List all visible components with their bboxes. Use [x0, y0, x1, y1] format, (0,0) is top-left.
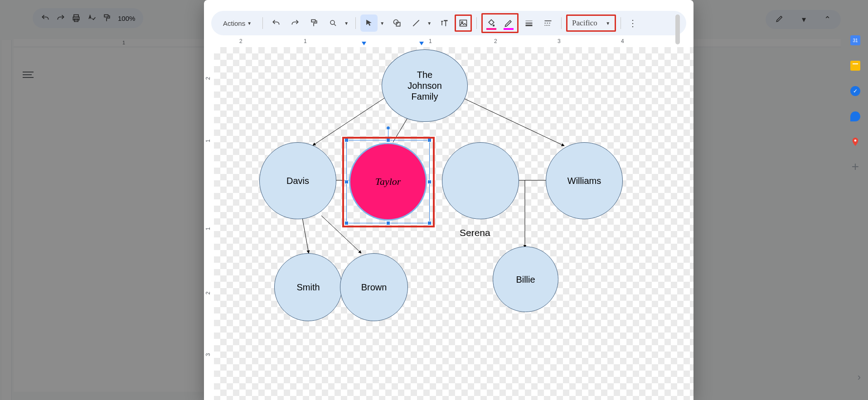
actions-label: Actions — [223, 19, 245, 27]
drawing-canvas[interactable]: The Johnson Family Davis Taylor — [214, 47, 693, 400]
contacts-icon[interactable] — [850, 111, 860, 121]
drawing-vertical-ruler: 2 1 1 2 3 — [204, 47, 214, 400]
label-serena[interactable]: Serena — [460, 227, 490, 238]
actions-menu[interactable]: Actions ▼ — [216, 17, 258, 30]
svg-point-6 — [330, 20, 335, 24]
svg-line-14 — [302, 218, 309, 253]
caret-down-icon: ▼ — [247, 21, 252, 26]
zoom-button[interactable] — [325, 14, 342, 32]
calendar-icon[interactable] — [850, 35, 860, 45]
zoom-dropdown[interactable]: ▼ — [344, 21, 349, 26]
vertical-scrollbar-thumb[interactable] — [675, 14, 680, 44]
font-name: Pacifico — [572, 19, 597, 28]
highlight-selected-shape — [342, 137, 435, 227]
ruler-tick: 1 — [304, 38, 307, 44]
border-color-button[interactable] — [500, 14, 517, 32]
more-options-button[interactable]: ⋮ — [626, 18, 639, 29]
rotation-handle[interactable] — [386, 126, 390, 130]
line-tool-dropdown[interactable]: ▼ — [427, 21, 432, 26]
ruler-tick: 1 — [205, 227, 211, 231]
drawing-toolbar: Actions ▼ ▼ ▼ — [211, 11, 686, 35]
node-davis[interactable]: Davis — [259, 142, 336, 219]
tasks-icon[interactable] — [850, 86, 860, 96]
image-button[interactable] — [455, 14, 472, 32]
ruler-tick: 1 — [205, 140, 211, 143]
node-label: Brown — [361, 282, 387, 293]
caret-down-icon: ▼ — [606, 21, 610, 26]
svg-point-4 — [854, 140, 857, 142]
node-label: Davis — [286, 175, 309, 186]
ruler-tick: 2 — [239, 38, 242, 44]
node-johnson-family[interactable]: The Johnson Family — [382, 49, 468, 122]
ruler-indent-marker[interactable] — [419, 41, 424, 45]
keep-icon[interactable] — [850, 61, 860, 71]
ruler-tick: 3 — [205, 353, 211, 357]
collapse-side-panel-icon[interactable]: › — [858, 371, 861, 383]
node-brown[interactable]: Brown — [340, 253, 408, 321]
svg-rect-5 — [311, 20, 315, 22]
node-label: The Johnson Family — [407, 69, 442, 102]
ruler-tick: 3 — [558, 38, 561, 44]
font-picker[interactable]: Pacifico ▼ — [566, 14, 616, 32]
drawing-horizontal-ruler: 2 1 1 2 3 4 — [214, 37, 693, 47]
node-label: Smith — [296, 282, 320, 293]
ruler-indent-marker[interactable] — [361, 41, 367, 45]
select-tool-button[interactable] — [360, 14, 378, 32]
side-panel: + — [843, 35, 868, 171]
maps-icon[interactable] — [850, 137, 860, 147]
shape-tool-button[interactable] — [388, 14, 406, 32]
border-dash-button[interactable] — [539, 14, 557, 32]
node-label: Billie — [516, 274, 535, 285]
paint-format-button[interactable] — [305, 14, 323, 32]
svg-rect-9 — [460, 20, 467, 26]
drawing-editor-modal: Actions ▼ ▼ ▼ — [204, 0, 693, 400]
ruler-tick: 1 — [429, 38, 432, 44]
redo-button[interactable] — [286, 14, 304, 32]
node-serena[interactable] — [442, 142, 519, 219]
ruler-tick: 2 — [205, 292, 211, 295]
ruler-tick: 2 — [205, 77, 211, 80]
undo-button[interactable] — [267, 14, 285, 32]
node-label: Williams — [567, 175, 601, 186]
line-tool-button[interactable] — [407, 14, 425, 32]
fill-color-button[interactable] — [483, 14, 500, 32]
node-smith[interactable]: Smith — [274, 253, 342, 321]
svg-line-13 — [459, 96, 564, 146]
add-addon-icon[interactable]: + — [852, 162, 859, 171]
node-williams[interactable]: Williams — [546, 142, 623, 219]
ruler-tick: 2 — [494, 38, 497, 44]
text-box-button[interactable] — [436, 14, 453, 32]
select-tool-dropdown[interactable]: ▼ — [379, 21, 385, 26]
ruler-tick: 4 — [621, 38, 624, 44]
border-weight-button[interactable] — [520, 14, 538, 32]
node-billie[interactable]: Billie — [493, 246, 558, 312]
